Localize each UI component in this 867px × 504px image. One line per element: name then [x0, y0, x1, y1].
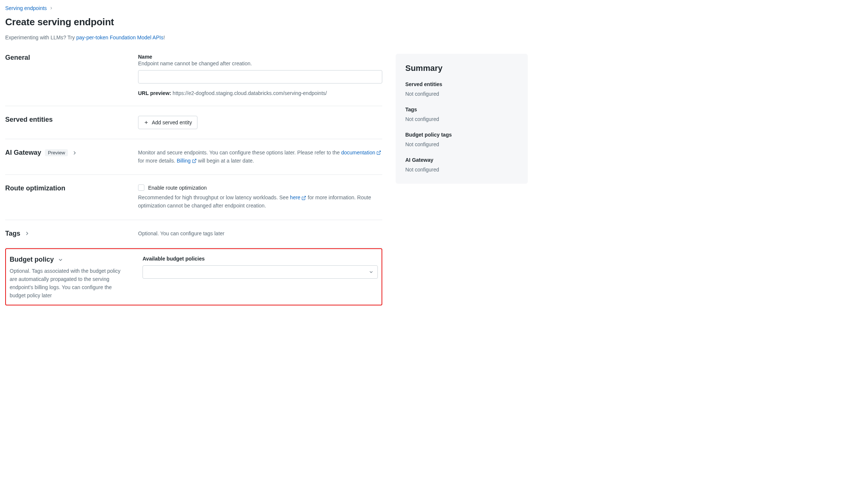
name-hint: Endpoint name cannot be changed after cr… — [138, 60, 382, 66]
section-heading-tags: Tags — [5, 230, 131, 238]
summary-item-tags: Tags Not configured — [405, 107, 518, 122]
external-link-icon — [376, 150, 381, 155]
budget-sub: Optional. Tags associated with the budge… — [10, 267, 121, 300]
url-preview: URL preview: https://e2-dogfood.staging.… — [138, 90, 382, 96]
gateway-desc-2: for more details. — [138, 158, 177, 164]
add-served-entity-label: Add served entity — [152, 120, 192, 125]
route-here-link[interactable]: here — [290, 194, 306, 202]
external-link-icon — [192, 158, 197, 163]
section-served-entities: Served entities Add served entity — [5, 106, 382, 139]
url-preview-label: URL preview: — [138, 90, 171, 96]
section-heading-served-entities: Served entities — [5, 116, 131, 124]
route-desc-1: Recommended for high throughput or low l… — [138, 194, 290, 200]
name-input[interactable] — [138, 70, 382, 84]
ai-gateway-heading-text: AI Gateway — [5, 149, 41, 157]
section-heading-general: General — [5, 54, 131, 62]
summary-label: Tags — [405, 107, 518, 112]
summary-value: Not configured — [405, 116, 518, 122]
summary-heading: Summary — [405, 63, 518, 73]
summary-value: Not configured — [405, 167, 518, 173]
summary-value: Not configured — [405, 91, 518, 97]
route-checkbox-row: Enable route optimization — [138, 184, 382, 191]
budget-field-label: Available budget policies — [143, 256, 378, 262]
route-desc: Recommended for high throughput or low l… — [138, 194, 382, 210]
ai-gateway-desc: Monitor and secure endpoints. You can co… — [138, 149, 382, 165]
llm-hint: Experimenting with LLMs? Try pay-per-tok… — [5, 35, 862, 40]
section-ai-gateway: AI Gateway Preview Monitor and secure en… — [5, 139, 382, 175]
section-heading-route: Route optimization — [5, 184, 131, 192]
route-checkbox-label: Enable route optimization — [148, 185, 207, 191]
foundation-model-link[interactable]: pay-per-token Foundation Model APIs — [76, 35, 163, 40]
add-served-entity-button[interactable]: Add served entity — [138, 116, 197, 129]
url-preview-value: https://e2-dogfood.staging.cloud.databri… — [173, 90, 327, 96]
main-form: General Name Endpoint name cannot be cha… — [5, 54, 382, 305]
llm-hint-suffix: ! — [163, 35, 165, 40]
chevron-right-icon — [49, 6, 53, 10]
budget-policy-select[interactable] — [143, 265, 378, 279]
plus-icon — [144, 120, 149, 125]
llm-hint-prefix: Experimenting with LLMs? Try — [5, 35, 76, 40]
route-checkbox[interactable] — [138, 184, 144, 191]
documentation-link[interactable]: documentation — [341, 149, 381, 157]
external-link-icon — [301, 196, 306, 200]
budget-heading-text: Budget policy — [10, 256, 54, 264]
summary-label: Budget policy tags — [405, 132, 518, 138]
tags-heading-text: Tags — [5, 230, 20, 238]
section-budget-policy: Budget policy Optional. Tags associated … — [10, 256, 378, 300]
svg-line-4 — [304, 196, 306, 198]
summary-label: AI Gateway — [405, 157, 518, 163]
chevron-right-icon[interactable] — [72, 150, 78, 156]
gateway-desc-3: will begin at a later date. — [197, 158, 254, 164]
chevron-down-icon[interactable] — [58, 257, 63, 263]
svg-line-3 — [194, 159, 196, 161]
summary-item-served-entities: Served entities Not configured — [405, 81, 518, 97]
chevron-right-icon[interactable] — [24, 230, 30, 236]
breadcrumb: Serving endpoints — [5, 5, 862, 11]
summary-label: Served entities — [405, 81, 518, 87]
summary-panel: Summary Served entities Not configured T… — [396, 54, 528, 184]
preview-badge: Preview — [45, 149, 68, 156]
breadcrumb-parent-link[interactable]: Serving endpoints — [5, 5, 47, 11]
section-tags: Tags Optional. You can configure tags la… — [5, 220, 382, 248]
tags-desc: Optional. You can configure tags later — [138, 230, 382, 238]
chevron-down-icon — [369, 269, 374, 275]
summary-item-budget-policy-tags: Budget policy tags Not configured — [405, 132, 518, 147]
section-general: General Name Endpoint name cannot be cha… — [5, 54, 382, 106]
section-route-optimization: Route optimization Enable route optimiza… — [5, 175, 382, 220]
name-label: Name — [138, 54, 382, 60]
billing-link[interactable]: Billing — [177, 157, 196, 165]
section-heading-budget: Budget policy — [10, 256, 135, 264]
summary-item-ai-gateway: AI Gateway Not configured — [405, 157, 518, 173]
budget-policy-highlight: Budget policy Optional. Tags associated … — [5, 248, 382, 305]
summary-value: Not configured — [405, 141, 518, 147]
svg-line-2 — [378, 151, 380, 153]
gateway-desc-1: Monitor and secure endpoints. You can co… — [138, 150, 341, 156]
section-heading-ai-gateway: AI Gateway Preview — [5, 149, 131, 157]
page-title: Create serving endpoint — [5, 16, 862, 28]
